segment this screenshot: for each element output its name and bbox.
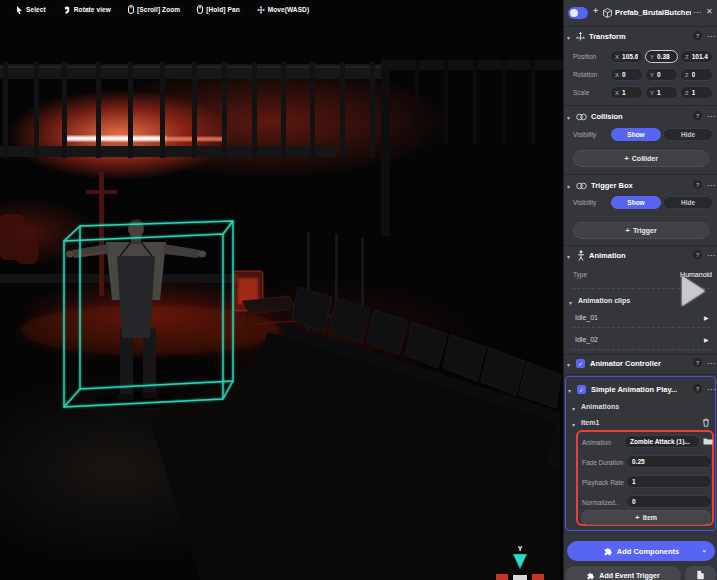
gizmo-z-handle[interactable] bbox=[532, 574, 544, 580]
help-icon[interactable]: ? bbox=[693, 31, 702, 40]
collision-show-button[interactable]: Show bbox=[611, 128, 661, 141]
add-icon[interactable]: + bbox=[593, 6, 598, 16]
rotation-x-field[interactable]: X0 bbox=[610, 68, 643, 81]
help-icon[interactable]: ? bbox=[693, 384, 702, 393]
trigger-hide-button[interactable]: Hide bbox=[663, 196, 713, 209]
field-value: 0.38 bbox=[657, 53, 670, 60]
collapse-chevron-icon[interactable]: ▾ bbox=[567, 253, 570, 260]
field-value: 0 bbox=[622, 71, 626, 78]
scale-y-field[interactable]: Y1 bbox=[645, 86, 678, 99]
help-icon[interactable]: ? bbox=[693, 250, 702, 259]
plus-icon: + bbox=[635, 513, 640, 522]
add-trigger-button[interactable]: + Trigger bbox=[573, 222, 709, 239]
rotation-z-field[interactable]: Z0 bbox=[680, 68, 713, 81]
help-icon[interactable]: ? bbox=[693, 358, 702, 367]
inspector-header: + Prefab_BrutalButcher ⋯ ✕ bbox=[564, 0, 717, 26]
help-icon[interactable]: ? bbox=[693, 180, 702, 189]
mouse-icon bbox=[128, 5, 134, 14]
tool-label: [Scroll] Zoom bbox=[137, 6, 180, 13]
scene-render: Y bbox=[0, 0, 563, 580]
clip-play-icon[interactable]: ▶ bbox=[704, 314, 709, 321]
collapse-chevron-icon[interactable]: ▾ bbox=[567, 34, 570, 41]
mouse-icon bbox=[197, 5, 203, 14]
clip-play-icon[interactable]: ▶ bbox=[704, 336, 709, 343]
add-event-trigger-button[interactable]: Add Event Trigger bbox=[565, 566, 681, 580]
hold-pan-tool-button[interactable]: [Hold] Pan bbox=[191, 3, 246, 16]
field-value: 1 bbox=[632, 478, 636, 485]
collapse-chevron-icon[interactable]: ▾ bbox=[568, 387, 571, 394]
position-x-field[interactable]: X105.6 bbox=[610, 50, 643, 63]
select-tool-button[interactable]: Select bbox=[10, 3, 52, 16]
help-icon[interactable]: ? bbox=[693, 111, 702, 120]
puzzle-icon bbox=[586, 571, 595, 580]
playback-rate-input[interactable]: 1 bbox=[626, 475, 712, 488]
scale-x-field[interactable]: X1 bbox=[610, 86, 643, 99]
scroll-zoom-tool-button[interactable]: [Scroll] Zoom bbox=[122, 3, 186, 16]
move-wasd-tool-button[interactable]: Move(WASD) bbox=[251, 3, 315, 16]
section-more-icon[interactable]: ⋯ bbox=[707, 34, 716, 40]
gizmo-x-handle[interactable] bbox=[496, 574, 508, 580]
position-y-field[interactable]: Y0.38 bbox=[645, 50, 678, 63]
section-more-icon[interactable]: ⋯ bbox=[707, 361, 716, 367]
rotation-y-field[interactable]: Y0 bbox=[645, 68, 678, 81]
fade-duration-input[interactable]: 0.25 bbox=[626, 455, 712, 468]
field-value: 1 bbox=[657, 89, 661, 96]
collapse-chevron-icon[interactable]: ▾ bbox=[567, 114, 570, 121]
trigger-show-button[interactable]: Show bbox=[611, 196, 661, 209]
axis-prefix: Z bbox=[685, 54, 689, 60]
animations-group-label: Animations bbox=[581, 403, 619, 410]
add-collider-button[interactable]: + Collider bbox=[573, 150, 709, 167]
tool-label: Move(WASD) bbox=[268, 6, 309, 13]
scale-z-field[interactable]: Z1 bbox=[680, 86, 713, 99]
clip-name[interactable]: Idle_02 bbox=[575, 336, 598, 343]
tool-label: Select bbox=[26, 6, 46, 13]
prefab-active-toggle[interactable] bbox=[568, 7, 588, 19]
cursor-icon bbox=[16, 6, 23, 14]
collapse-chevron-icon[interactable]: ▾ bbox=[572, 405, 575, 412]
normalized-input[interactable]: 0 bbox=[626, 495, 712, 508]
collision-hide-button[interactable]: Hide bbox=[663, 128, 713, 141]
plus-icon: + bbox=[624, 154, 629, 163]
puzzle-icon bbox=[603, 546, 613, 556]
clip-name[interactable]: Idle_01 bbox=[575, 314, 598, 321]
field-value: 0 bbox=[632, 498, 636, 505]
scale-label: Scale bbox=[573, 89, 589, 96]
visibility-label: Visibility bbox=[573, 131, 596, 138]
section-more-icon[interactable]: ⋯ bbox=[707, 183, 716, 189]
close-icon[interactable]: ✕ bbox=[706, 7, 713, 16]
event-script-button[interactable] bbox=[685, 566, 716, 580]
humanoid-icon bbox=[577, 250, 585, 261]
delete-item-trash-icon[interactable] bbox=[702, 418, 710, 427]
rotate-view-tool-button[interactable]: Rotate view bbox=[57, 3, 117, 16]
axis-prefix: X bbox=[615, 72, 619, 78]
viewport-3d[interactable]: Y Select Rotate view [Scroll] Zoom [Hold… bbox=[0, 0, 563, 580]
add-item-button[interactable]: + Item bbox=[581, 510, 711, 525]
browse-folder-icon[interactable] bbox=[703, 437, 713, 445]
collapse-chevron-icon[interactable]: ▾ bbox=[569, 299, 572, 306]
axis-prefix: Y bbox=[650, 72, 654, 78]
preview-play-icon[interactable] bbox=[682, 276, 705, 306]
section-more-icon[interactable]: ⋯ bbox=[707, 114, 716, 120]
collapse-chevron-icon[interactable]: ▾ bbox=[567, 361, 570, 368]
field-value: 0 bbox=[657, 71, 661, 78]
simple-play-enabled-checkbox[interactable]: ✓ bbox=[577, 385, 586, 394]
tool-label: Rotate view bbox=[74, 6, 111, 13]
gizmo-center-handle[interactable] bbox=[513, 575, 527, 580]
axis-prefix: X bbox=[615, 90, 619, 96]
position-z-field[interactable]: Z101.46 bbox=[680, 50, 713, 63]
section-more-icon[interactable]: ⋯ bbox=[707, 253, 716, 259]
section-title: Collision bbox=[591, 112, 623, 121]
collapse-chevron-icon[interactable]: ▾ bbox=[572, 421, 575, 428]
button-label: Add Event Trigger bbox=[599, 572, 659, 579]
animator-enabled-checkbox[interactable]: ✓ bbox=[576, 359, 585, 368]
section-title: Animator Controller bbox=[590, 359, 661, 368]
button-label: Add Components bbox=[617, 547, 680, 556]
header-more-menu-icon[interactable]: ⋯ bbox=[693, 10, 702, 16]
prefab-title: Prefab_BrutalButcher bbox=[615, 8, 691, 17]
animation-clip-select[interactable]: Zombie Attack (1)... bbox=[624, 435, 700, 448]
collapse-chevron-icon[interactable]: ▾ bbox=[567, 183, 570, 190]
axis-prefix: Y bbox=[650, 54, 654, 60]
section-more-icon[interactable]: ⋯ bbox=[707, 387, 716, 393]
field-value: 1 bbox=[692, 89, 696, 96]
add-components-button[interactable]: Add Components ⌄ bbox=[567, 541, 715, 561]
